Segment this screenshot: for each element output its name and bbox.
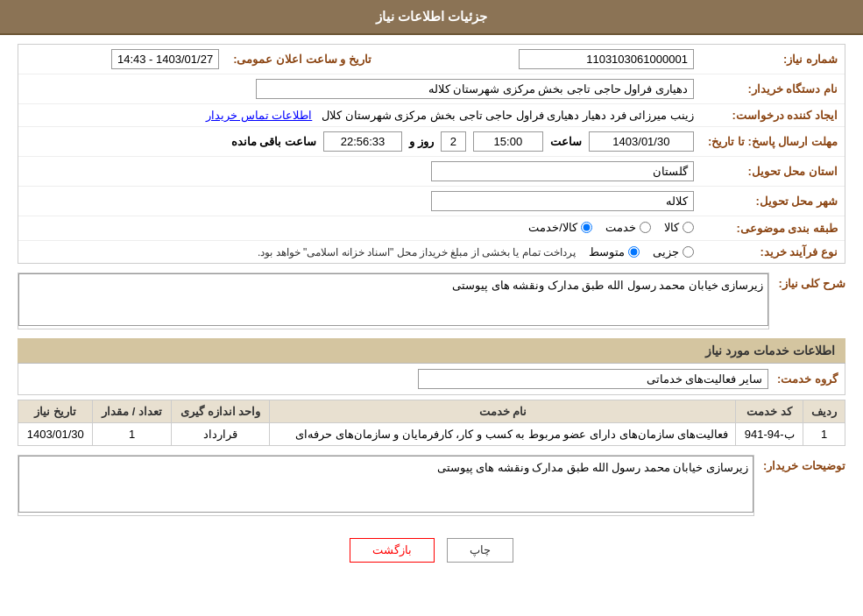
table-row: 1 ب-94-941 فعالیت‌های سازمان‌های دارای ع…: [18, 423, 845, 446]
buyer-org-label: نام دستگاه خریدار:: [701, 74, 845, 104]
service-group-field: سایر فعالیت‌های خدماتی: [418, 369, 768, 389]
table-row: ایجاد کننده درخواست: زینب میرزائی فرد ده…: [18, 104, 845, 127]
category-option-kala-khedmat[interactable]: کالا/خدمت: [528, 221, 592, 234]
day-value: 2: [441, 131, 466, 152]
buyer-notes-label: توضیحات خریدار:: [763, 455, 845, 472]
service-detail-table: ردیف کد خدمت نام خدمت واحد اندازه گیری ت…: [18, 400, 845, 446]
contact-link[interactable]: اطلاعات تماس خریدار: [206, 109, 312, 122]
deadline-row: 1403/01/30 ساعت 15:00 2 روز و 22:56:33 س…: [18, 127, 701, 157]
announce-date-field: 1403/01/27 - 14:43: [111, 49, 219, 69]
cell-quantity: 1: [93, 423, 171, 446]
description-box: [18, 273, 769, 329]
deadline-label: مهلت ارسال پاسخ: تا تاریخ:: [701, 127, 845, 157]
process-option-motavasset[interactable]: متوسط: [589, 245, 640, 258]
remaining-time-field: 22:56:33: [323, 131, 402, 152]
cell-row-num: 1: [803, 423, 845, 446]
buyer-org-field: دهیاری فراول حاجی تاجی بخش مرکزی شهرستان…: [256, 79, 694, 99]
remaining-label: ساعت باقی مانده: [231, 135, 316, 148]
main-content: شماره نیاز: 1103103061000001 تاریخ و ساع…: [0, 35, 863, 584]
need-number-field: 1103103061000001: [519, 49, 694, 69]
buyer-notes-section: توضیحات خریدار:: [18, 455, 845, 516]
process-option-jazei[interactable]: جزیی: [653, 245, 694, 258]
city-value: کلاله: [18, 187, 701, 216]
detail-table-section: ردیف کد خدمت نام خدمت واحد اندازه گیری ت…: [18, 400, 845, 446]
service-group-label: گروه خدمت:: [777, 372, 838, 386]
info-table: شماره نیاز: 1103103061000001 تاریخ و ساع…: [18, 45, 845, 263]
category-option-kala[interactable]: کالا: [664, 221, 694, 234]
cell-unit: قرارداد: [171, 423, 270, 446]
province-value: گلستان: [18, 157, 701, 187]
button-row: چاپ بازگشت: [18, 525, 845, 576]
category-radio-group: کالا خدمت کالا/خدمت: [18, 216, 701, 241]
table-row: شماره نیاز: 1103103061000001 تاریخ و ساع…: [18, 45, 845, 74]
service-info-title: اطلاعات خدمات مورد نیاز: [18, 338, 845, 364]
print-button[interactable]: چاپ: [447, 538, 513, 563]
col-quantity: تعداد / مقدار: [93, 400, 171, 423]
category-options: کالا خدمت کالا/خدمت: [528, 221, 694, 234]
province-field: گلستان: [431, 161, 694, 181]
time-label: ساعت: [550, 135, 582, 148]
cell-code: ب-94-941: [736, 423, 803, 446]
need-number-value: 1103103061000001: [378, 45, 701, 74]
table-row: مهلت ارسال پاسخ: تا تاریخ: 1403/01/30 سا…: [18, 127, 845, 157]
deadline-fields: 1403/01/30 ساعت 15:00 2 روز و 22:56:33 س…: [25, 131, 694, 152]
buyer-notes-textarea[interactable]: [18, 456, 753, 513]
col-service-name: نام خدمت: [270, 400, 736, 423]
buyer-org-value: دهیاری فراول حاجی تاجی بخش مرکزی شهرستان…: [18, 74, 701, 104]
creator-text: زینب میرزائی فرد دهیار دهیاری فراول حاجی…: [322, 109, 694, 122]
description-content: [18, 273, 768, 329]
table-row: استان محل تحویل: گلستان: [18, 157, 845, 187]
page-title: جزئیات اطلاعات نیاز: [376, 9, 487, 24]
top-info-section: شماره نیاز: 1103103061000001 تاریخ و ساع…: [18, 44, 845, 264]
back-button[interactable]: بازگشت: [350, 538, 435, 563]
table-body: 1 ب-94-941 فعالیت‌های سازمان‌های دارای ع…: [18, 423, 845, 446]
col-date: تاریخ نیاز: [18, 400, 93, 423]
table-row: طبقه بندی موضوعی: کالا خدمت: [18, 216, 845, 241]
need-number-label: شماره نیاز:: [701, 45, 845, 74]
category-option-khedmat[interactable]: خدمت: [605, 221, 651, 234]
province-label: استان محل تحویل:: [701, 157, 845, 187]
process-label: نوع فرآیند خرید:: [701, 241, 845, 264]
buyer-notes-box: [18, 455, 754, 516]
city-field: کلاله: [431, 191, 694, 211]
table-header-row: ردیف کد خدمت نام خدمت واحد اندازه گیری ت…: [18, 400, 845, 423]
table-row: نوع فرآیند خرید: جزیی متوسط: [18, 241, 845, 264]
process-row: جزیی متوسط پرداخت تمام یا بخشی از مبلغ خ…: [18, 241, 701, 264]
city-label: شهر محل تحویل:: [701, 187, 845, 216]
day-label: روز و: [409, 135, 434, 148]
announce-label: تاریخ و ساعت اعلان عمومی:: [226, 45, 378, 74]
col-row-num: ردیف: [803, 400, 845, 423]
deadline-time-field: 15:00: [473, 131, 543, 152]
description-textarea[interactable]: [18, 273, 768, 326]
process-radio-group: جزیی متوسط: [589, 245, 694, 258]
page-wrapper: جزئیات اطلاعات نیاز شماره نیاز: 11031030…: [0, 0, 863, 616]
category-label: طبقه بندی موضوعی:: [701, 216, 845, 241]
cell-date: 1403/01/30: [18, 423, 93, 446]
table-header: ردیف کد خدمت نام خدمت واحد اندازه گیری ت…: [18, 400, 845, 423]
table-row: شهر محل تحویل: کلاله: [18, 187, 845, 216]
deadline-date-field: 1403/01/30: [589, 131, 694, 152]
cell-name: فعالیت‌های سازمان‌های دارای عضو مربوط به…: [270, 423, 736, 446]
description-section: شرح کلی نیاز:: [18, 273, 845, 329]
col-service-code: کد خدمت: [736, 400, 803, 423]
description-label: شرح کلی نیاز:: [778, 273, 845, 290]
col-unit: واحد اندازه گیری: [171, 400, 270, 423]
page-header: جزئیات اطلاعات نیاز: [0, 0, 863, 35]
table-row: نام دستگاه خریدار: دهیاری فراول حاجی تاج…: [18, 74, 845, 104]
process-note: پرداخت تمام یا بخشی از مبلغ خریداز محل "…: [258, 246, 576, 258]
creator-value: زینب میرزائی فرد دهیار دهیاری فراول حاجی…: [18, 104, 701, 127]
service-group-row: گروه خدمت: سایر فعالیت‌های خدماتی: [18, 364, 845, 395]
creator-label: ایجاد کننده درخواست:: [701, 104, 845, 127]
announce-value: 1403/01/27 - 14:43: [18, 45, 226, 74]
process-options-row: جزیی متوسط پرداخت تمام یا بخشی از مبلغ خ…: [25, 245, 694, 258]
